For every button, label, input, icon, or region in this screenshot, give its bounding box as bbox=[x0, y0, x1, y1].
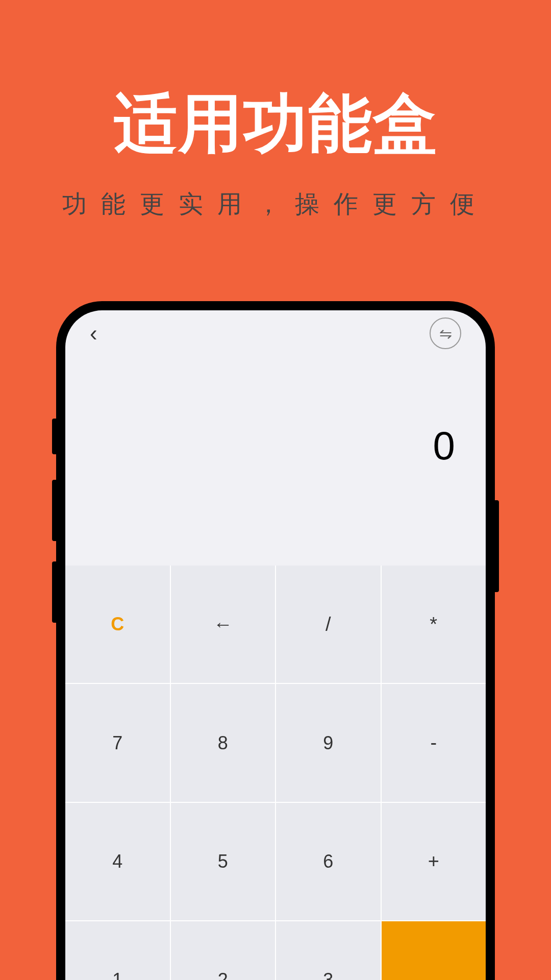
phone-screen: ‹ ⇋ 0 C ← / * 7 8 9 - 4 5 6 + 1 2 bbox=[65, 310, 486, 980]
key-nine[interactable]: 9 bbox=[276, 684, 381, 801]
key-three[interactable]: 3 bbox=[276, 921, 381, 980]
key-four[interactable]: 4 bbox=[65, 803, 170, 920]
display-value: 0 bbox=[433, 423, 455, 469]
phone-volume-button bbox=[52, 419, 56, 454]
key-five[interactable]: 5 bbox=[171, 803, 276, 920]
key-six[interactable]: 6 bbox=[276, 803, 381, 920]
phone-volume-button bbox=[52, 480, 56, 541]
key-divide[interactable]: / bbox=[276, 566, 381, 683]
key-seven[interactable]: 7 bbox=[65, 684, 170, 801]
phone-frame: ‹ ⇋ 0 C ← / * 7 8 9 - 4 5 6 + 1 2 bbox=[56, 301, 495, 980]
calculator-display: 0 bbox=[65, 346, 486, 566]
back-icon[interactable]: ‹ bbox=[90, 321, 97, 346]
promo-subtitle: 功能更实用，操作更方便 bbox=[0, 188, 551, 220]
key-eight[interactable]: 8 bbox=[171, 684, 276, 801]
phone-volume-button bbox=[52, 561, 56, 623]
key-backspace[interactable]: ← bbox=[171, 566, 276, 683]
key-minus[interactable]: - bbox=[382, 684, 486, 801]
swap-button[interactable]: ⇋ bbox=[430, 317, 461, 349]
key-equals[interactable]: = bbox=[382, 921, 486, 980]
key-multiply[interactable]: * bbox=[382, 566, 486, 683]
swap-icon: ⇋ bbox=[439, 325, 452, 342]
key-clear[interactable]: C bbox=[65, 566, 170, 683]
keypad: C ← / * 7 8 9 - 4 5 6 + 1 2 3 = % 0 . bbox=[65, 566, 486, 980]
key-plus[interactable]: + bbox=[382, 803, 486, 920]
promo-title: 适用功能盒 bbox=[0, 0, 551, 167]
key-two[interactable]: 2 bbox=[171, 921, 276, 980]
key-one[interactable]: 1 bbox=[65, 921, 170, 980]
app-header: ‹ ⇋ bbox=[65, 310, 486, 346]
phone-power-button bbox=[495, 500, 499, 592]
